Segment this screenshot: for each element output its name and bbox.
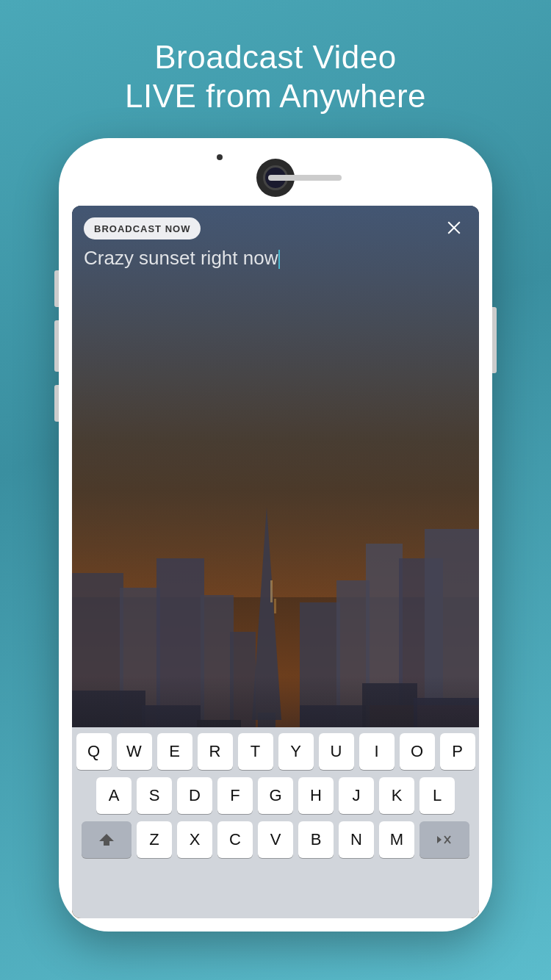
key-z[interactable]: Z	[137, 821, 172, 858]
phone-dot	[217, 154, 223, 160]
key-o[interactable]: O	[400, 733, 435, 770]
keyboard-rows: Q W E R T Y U I O P A S D F G	[72, 727, 479, 858]
broadcast-badge-text: BROADCAST NOW	[94, 223, 190, 234]
header-line2: LIVE from Anywhere	[125, 77, 426, 116]
key-i[interactable]: I	[359, 733, 395, 770]
key-x[interactable]: X	[177, 821, 212, 858]
keyboard-row-3: Z X C V B N M	[75, 821, 476, 858]
key-e[interactable]: E	[157, 733, 192, 770]
key-b[interactable]: B	[298, 821, 334, 858]
volume-down-button[interactable]	[54, 320, 59, 372]
silent-switch[interactable]	[54, 385, 59, 422]
key-w[interactable]: W	[117, 733, 152, 770]
key-m[interactable]: M	[379, 821, 414, 858]
phone-speaker	[268, 175, 342, 181]
header-text: Broadcast Video LIVE from Anywhere	[125, 38, 426, 116]
key-d[interactable]: D	[177, 777, 212, 814]
key-p[interactable]: P	[440, 733, 475, 770]
key-c[interactable]: C	[217, 821, 253, 858]
phone-top	[59, 138, 492, 212]
key-k[interactable]: K	[379, 777, 414, 814]
phone-side-right	[492, 307, 497, 373]
volume-up-button[interactable]	[54, 270, 59, 307]
keyboard: Q W E R T Y U I O P A S D F G	[72, 727, 479, 918]
svg-marker-27	[99, 834, 114, 846]
key-r[interactable]: R	[198, 733, 233, 770]
key-f[interactable]: F	[217, 777, 253, 814]
keyboard-row-2: A S D F G H J K L	[75, 777, 476, 814]
svg-rect-20	[270, 580, 273, 602]
key-a[interactable]: A	[96, 777, 132, 814]
title-text: Crazy sunset right now	[84, 247, 280, 269]
key-y[interactable]: Y	[278, 733, 314, 770]
key-n[interactable]: N	[339, 821, 374, 858]
key-q[interactable]: Q	[76, 733, 112, 770]
header-line1: Broadcast Video	[125, 38, 426, 77]
text-cursor	[278, 250, 280, 269]
key-l[interactable]: L	[419, 777, 455, 814]
broadcast-badge: BROADCAST NOW	[84, 217, 201, 239]
svg-rect-21	[274, 599, 276, 613]
key-t[interactable]: T	[238, 733, 273, 770]
key-h[interactable]: H	[298, 777, 334, 814]
phone-screen: BROADCAST NOW Crazy sunset right now	[72, 206, 479, 918]
key-v[interactable]: V	[258, 821, 293, 858]
backspace-key[interactable]	[419, 821, 469, 858]
close-button[interactable]	[441, 215, 467, 241]
key-s[interactable]: S	[137, 777, 172, 814]
title-input-area[interactable]: Crazy sunset right now	[84, 246, 435, 271]
phone-side-left	[54, 270, 59, 422]
key-u[interactable]: U	[319, 733, 354, 770]
power-button[interactable]	[492, 307, 497, 373]
svg-marker-28	[437, 836, 442, 843]
phone-shell: BROADCAST NOW Crazy sunset right now	[59, 138, 492, 932]
keyboard-row-1: Q W E R T Y U I O P	[75, 733, 476, 770]
key-g[interactable]: G	[258, 777, 293, 814]
key-j[interactable]: J	[339, 777, 374, 814]
shift-key[interactable]	[82, 821, 132, 858]
